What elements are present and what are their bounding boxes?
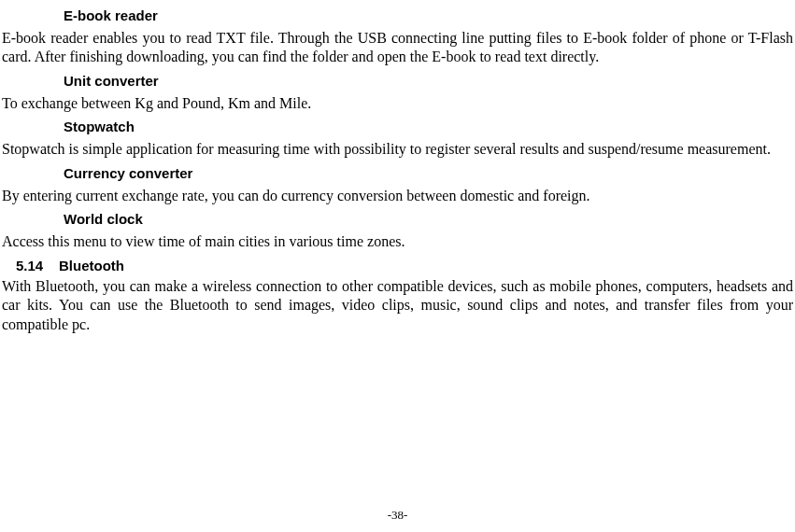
body-bluetooth: With Bluetooth, you can make a wireless … — [2, 277, 793, 334]
heading-ebook-reader: E-book reader — [64, 7, 793, 23]
body-stopwatch: Stopwatch is simple application for meas… — [2, 140, 793, 159]
body-currency-converter: By entering current exchange rate, you c… — [2, 187, 793, 205]
page-number: -38- — [0, 508, 795, 523]
heading-bluetooth: 5.14Bluetooth — [16, 258, 793, 273]
heading-unit-converter: Unit converter — [64, 73, 793, 89]
section-title: Bluetooth — [59, 258, 124, 273]
heading-world-clock: World clock — [64, 211, 793, 227]
body-ebook-reader: E-book reader enables you to read TXT fi… — [2, 29, 793, 67]
heading-stopwatch: Stopwatch — [64, 119, 793, 134]
body-unit-converter: To exchange between Kg and Pound, Km and… — [2, 94, 793, 113]
heading-currency-converter: Currency converter — [64, 165, 793, 181]
section-number: 5.14 — [16, 258, 59, 273]
body-world-clock: Access this menu to view time of main ci… — [2, 232, 793, 251]
